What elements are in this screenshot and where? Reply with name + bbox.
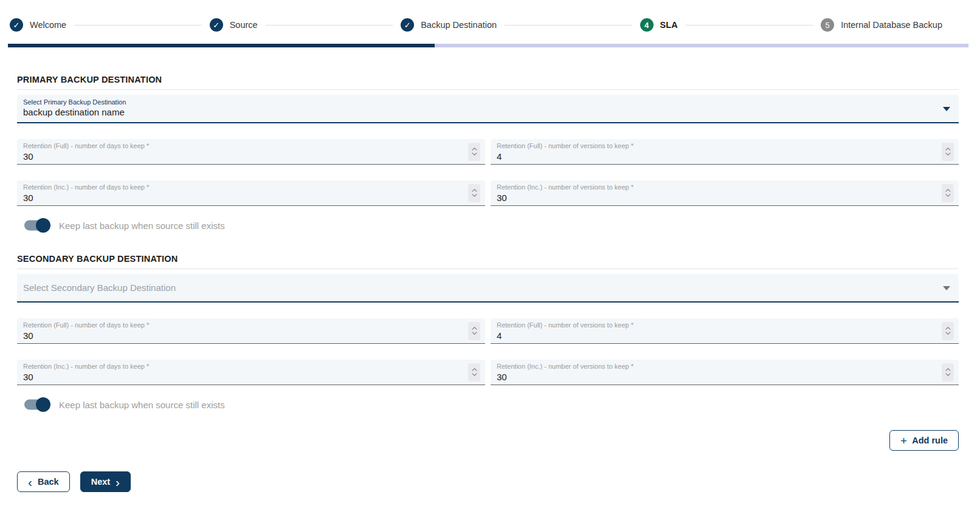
spinner-down-icon <box>945 373 951 376</box>
number-stepper[interactable] <box>468 184 480 202</box>
spinner-down-icon <box>945 332 951 335</box>
primary-retention-full-days-field[interactable]: Retention (Full) - number of days to kee… <box>17 139 485 165</box>
spinner-down-icon <box>472 373 477 376</box>
dropdown-caret-icon <box>943 107 950 111</box>
dropdown-caret-icon <box>943 286 950 290</box>
secondary-retention-full-versions-field[interactable]: Retention (Full) - number of versions to… <box>491 318 959 344</box>
number-stepper[interactable] <box>942 143 954 161</box>
field-label: Retention (Full) - number of versions to… <box>497 321 932 329</box>
step-connector <box>686 25 813 26</box>
back-button[interactable]: ‹ Back <box>17 471 70 492</box>
step-backup-destination[interactable]: ✓ Backup Destination <box>401 18 497 32</box>
secondary-retention-full-days-field[interactable]: Retention (Full) - number of days to kee… <box>17 318 485 344</box>
field-value: 30 <box>23 193 458 203</box>
secondary-retention-row-inc: Retention (Inc.) - number of days to kee… <box>17 360 959 385</box>
secondary-retention-inc-days-field[interactable]: Retention (Inc.) - number of days to kee… <box>17 360 485 385</box>
spinner-down-icon <box>472 194 477 197</box>
spinner-down-icon <box>472 152 477 156</box>
next-button[interactable]: Next › <box>80 471 131 492</box>
primary-retention-row-inc: Retention (Inc.) - number of days to kee… <box>17 180 959 206</box>
add-rule-button[interactable]: + Add rule <box>889 430 959 451</box>
field-label: Retention (Inc.) - number of days to kee… <box>23 363 458 370</box>
spinner-up-icon <box>472 189 477 192</box>
secondary-backup-destination-select[interactable]: Select Secondary Backup Destination <box>17 274 959 303</box>
field-value: 30 <box>23 151 458 162</box>
spinner-up-icon <box>945 148 951 151</box>
step-connector <box>74 25 202 26</box>
sla-form: PRIMARY BACKUP DESTINATION Select Primar… <box>17 75 959 451</box>
add-rule-row: + Add rule <box>17 430 959 451</box>
number-stepper[interactable] <box>468 322 480 340</box>
primary-retention-inc-days-field[interactable]: Retention (Inc.) - number of days to kee… <box>17 180 485 206</box>
spinner-down-icon <box>945 152 951 156</box>
primary-keep-last-backup-row: Keep last backup when source still exist… <box>17 218 959 233</box>
wizard-stepper: ✓ Welcome ✓ Source ✓ Backup Destination … <box>0 0 980 32</box>
field-label: Retention (Inc.) - number of versions to… <box>497 183 932 191</box>
keep-last-backup-toggle[interactable] <box>24 218 49 233</box>
keep-last-backup-toggle[interactable] <box>24 397 49 412</box>
field-label: Retention (Inc.) - number of versions to… <box>497 363 932 370</box>
add-rule-label: Add rule <box>912 436 948 445</box>
step-connector <box>505 25 632 26</box>
toggle-label: Keep last backup when source still exist… <box>59 221 225 231</box>
step-connector <box>266 25 393 26</box>
spinner-up-icon <box>945 189 951 192</box>
wizard-progress-track <box>8 44 968 47</box>
field-label: Retention (Full) - number of days to kee… <box>23 142 458 149</box>
field-label: Retention (Full) - number of days to kee… <box>23 321 458 329</box>
spinner-up-icon <box>945 368 951 371</box>
select-value: backup destination name <box>23 107 932 117</box>
field-value: 4 <box>497 330 932 341</box>
secondary-retention-inc-versions-field[interactable]: Retention (Inc.) - number of versions to… <box>491 360 959 385</box>
secondary-retention-row-full: Retention (Full) - number of days to kee… <box>17 318 959 344</box>
spinner-up-icon <box>472 148 477 151</box>
step-label: Internal Database Backup <box>841 20 942 30</box>
step-label: Source <box>230 20 258 30</box>
step-number-badge: 5 <box>821 18 834 32</box>
number-stepper[interactable] <box>942 322 954 340</box>
step-label: Backup Destination <box>421 20 497 30</box>
number-stepper[interactable] <box>942 363 954 381</box>
step-number-badge: 4 <box>640 18 654 32</box>
spinner-up-icon <box>945 327 951 330</box>
spinner-up-icon <box>472 327 477 330</box>
secondary-section-heading: SECONDARY BACKUP DESTINATION <box>17 254 959 269</box>
primary-retention-full-versions-field[interactable]: Retention (Full) - number of versions to… <box>491 139 959 165</box>
number-stepper[interactable] <box>468 363 480 381</box>
primary-backup-destination-select[interactable]: Select Primary Backup Destination backup… <box>17 95 959 123</box>
spinner-up-icon <box>472 368 477 371</box>
primary-section-heading: PRIMARY BACKUP DESTINATION <box>17 75 959 90</box>
chevron-right-icon: › <box>116 476 120 488</box>
select-label: Select Primary Backup Destination <box>23 98 932 106</box>
check-icon: ✓ <box>210 18 223 32</box>
plus-icon: + <box>900 435 907 446</box>
back-label: Back <box>38 477 59 487</box>
field-value: 30 <box>497 372 932 382</box>
step-source[interactable]: ✓ Source <box>210 18 258 32</box>
field-label: Retention (Full) - number of versions to… <box>497 142 932 149</box>
toggle-thumb <box>36 397 50 412</box>
progress-fill <box>8 44 435 47</box>
toggle-thumb <box>36 218 50 233</box>
step-welcome[interactable]: ✓ Welcome <box>10 18 66 32</box>
number-stepper[interactable] <box>468 143 480 161</box>
field-value: 30 <box>23 372 458 382</box>
wizard-footer: ‹ Back Next › <box>17 471 980 492</box>
primary-retention-row-full: Retention (Full) - number of days to kee… <box>17 139 959 165</box>
number-stepper[interactable] <box>942 184 954 202</box>
step-internal-database-backup[interactable]: 5 Internal Database Backup <box>821 18 942 32</box>
field-value: 4 <box>497 151 932 162</box>
check-icon: ✓ <box>10 18 23 32</box>
chevron-left-icon: ‹ <box>28 476 32 488</box>
select-placeholder: Select Secondary Backup Destination <box>23 282 176 293</box>
check-icon: ✓ <box>401 18 414 32</box>
step-sla[interactable]: 4 SLA <box>640 18 678 32</box>
toggle-label: Keep last backup when source still exist… <box>59 400 225 410</box>
field-label: Retention (Inc.) - number of days to kee… <box>23 183 458 191</box>
step-label: Welcome <box>30 20 66 30</box>
primary-retention-inc-versions-field[interactable]: Retention (Inc.) - number of versions to… <box>491 180 959 206</box>
spinner-down-icon <box>472 332 477 335</box>
field-value: 30 <box>23 330 458 341</box>
step-label: SLA <box>660 20 678 30</box>
field-value: 30 <box>497 193 932 203</box>
